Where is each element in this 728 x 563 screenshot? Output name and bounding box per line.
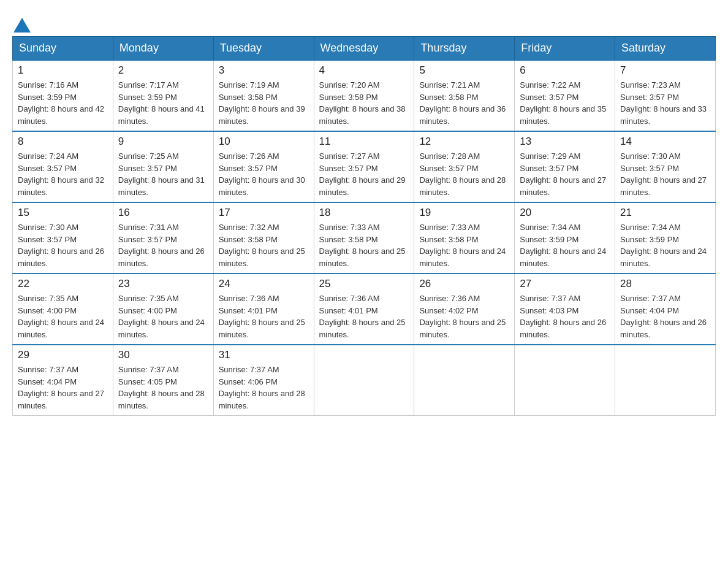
day-number: 9: [118, 136, 208, 148]
calendar-cell: 21 Sunrise: 7:34 AMSunset: 3:59 PMDaylig…: [615, 202, 716, 274]
day-number: 14: [620, 136, 710, 148]
calendar-cell: 1 Sunrise: 7:16 AMSunset: 3:59 PMDayligh…: [13, 60, 113, 131]
day-info: Sunrise: 7:34 AMSunset: 3:59 PMDaylight:…: [620, 223, 707, 268]
calendar-cell: [615, 345, 716, 416]
calendar-header-saturday: Saturday: [615, 37, 716, 61]
day-info: Sunrise: 7:16 AMSunset: 3:59 PMDaylight:…: [18, 80, 104, 126]
calendar-cell: 6 Sunrise: 7:22 AMSunset: 3:57 PMDayligh…: [515, 60, 615, 131]
day-info: Sunrise: 7:37 AMSunset: 4:03 PMDaylight:…: [520, 294, 606, 339]
calendar-header-tuesday: Tuesday: [213, 37, 314, 61]
day-info: Sunrise: 7:24 AMSunset: 3:57 PMDaylight:…: [18, 151, 104, 197]
day-info: Sunrise: 7:19 AMSunset: 3:58 PMDaylight:…: [219, 80, 305, 126]
day-number: 1: [18, 64, 108, 77]
calendar-cell: 2 Sunrise: 7:17 AMSunset: 3:59 PMDayligh…: [113, 60, 213, 131]
day-info: Sunrise: 7:36 AMSunset: 4:01 PMDaylight:…: [219, 294, 305, 339]
calendar-header-wednesday: Wednesday: [314, 37, 414, 61]
day-info: Sunrise: 7:28 AMSunset: 3:57 PMDaylight:…: [419, 151, 506, 197]
day-number: 19: [419, 207, 509, 219]
calendar-cell: 8 Sunrise: 7:24 AMSunset: 3:57 PMDayligh…: [13, 131, 113, 202]
calendar-week-row: 22 Sunrise: 7:35 AMSunset: 4:00 PMDaylig…: [13, 274, 716, 345]
day-number: 8: [18, 136, 108, 148]
logo-text: [12, 15, 32, 30]
day-info: Sunrise: 7:20 AMSunset: 3:58 PMDaylight:…: [319, 80, 406, 126]
day-number: 15: [18, 207, 108, 219]
day-number: 2: [118, 64, 208, 77]
calendar-week-row: 8 Sunrise: 7:24 AMSunset: 3:57 PMDayligh…: [13, 131, 716, 202]
day-number: 4: [319, 64, 409, 77]
logo-triangle-icon: [13, 18, 31, 33]
day-info: Sunrise: 7:35 AMSunset: 4:00 PMDaylight:…: [18, 294, 104, 339]
day-number: 26: [419, 278, 509, 290]
day-number: 21: [620, 207, 710, 219]
day-info: Sunrise: 7:17 AMSunset: 3:59 PMDaylight:…: [118, 80, 205, 126]
day-info: Sunrise: 7:33 AMSunset: 3:58 PMDaylight:…: [319, 223, 406, 268]
day-number: 22: [18, 278, 108, 290]
day-number: 24: [219, 278, 309, 290]
calendar-cell: 14 Sunrise: 7:30 AMSunset: 3:57 PMDaylig…: [615, 131, 716, 202]
day-number: 5: [419, 64, 509, 77]
calendar-cell: 5 Sunrise: 7:21 AMSunset: 3:58 PMDayligh…: [414, 60, 515, 131]
day-info: Sunrise: 7:21 AMSunset: 3:58 PMDaylight:…: [419, 80, 506, 126]
day-number: 30: [118, 349, 208, 361]
calendar-cell: 7 Sunrise: 7:23 AMSunset: 3:57 PMDayligh…: [615, 60, 716, 131]
calendar-cell: 15 Sunrise: 7:30 AMSunset: 3:57 PMDaylig…: [13, 202, 113, 274]
day-info: Sunrise: 7:25 AMSunset: 3:57 PMDaylight:…: [118, 151, 205, 197]
calendar-cell: 24 Sunrise: 7:36 AMSunset: 4:01 PMDaylig…: [213, 274, 314, 345]
day-number: 17: [219, 207, 309, 219]
day-info: Sunrise: 7:27 AMSunset: 3:57 PMDaylight:…: [319, 151, 406, 197]
day-number: 20: [520, 207, 610, 219]
day-info: Sunrise: 7:37 AMSunset: 4:04 PMDaylight:…: [18, 365, 104, 410]
day-number: 13: [520, 136, 610, 148]
calendar-cell: 30 Sunrise: 7:37 AMSunset: 4:05 PMDaylig…: [113, 345, 213, 416]
day-info: Sunrise: 7:36 AMSunset: 4:02 PMDaylight:…: [419, 294, 506, 339]
day-info: Sunrise: 7:31 AMSunset: 3:57 PMDaylight:…: [118, 223, 205, 268]
day-info: Sunrise: 7:34 AMSunset: 3:59 PMDaylight:…: [520, 223, 606, 268]
calendar-table: SundayMondayTuesdayWednesdayThursdayFrid…: [12, 36, 716, 416]
day-info: Sunrise: 7:26 AMSunset: 3:57 PMDaylight:…: [219, 151, 305, 197]
calendar-cell: 31 Sunrise: 7:37 AMSunset: 4:06 PMDaylig…: [213, 345, 314, 416]
day-number: 3: [219, 64, 309, 77]
calendar-cell: 27 Sunrise: 7:37 AMSunset: 4:03 PMDaylig…: [515, 274, 615, 345]
calendar-cell: 22 Sunrise: 7:35 AMSunset: 4:00 PMDaylig…: [13, 274, 113, 345]
day-info: Sunrise: 7:36 AMSunset: 4:01 PMDaylight:…: [319, 294, 406, 339]
day-info: Sunrise: 7:33 AMSunset: 3:58 PMDaylight:…: [419, 223, 506, 268]
calendar-cell: 16 Sunrise: 7:31 AMSunset: 3:57 PMDaylig…: [113, 202, 213, 274]
day-info: Sunrise: 7:30 AMSunset: 3:57 PMDaylight:…: [620, 151, 707, 197]
calendar-cell: 9 Sunrise: 7:25 AMSunset: 3:57 PMDayligh…: [113, 131, 213, 202]
calendar-cell: 19 Sunrise: 7:33 AMSunset: 3:58 PMDaylig…: [414, 202, 515, 274]
calendar-cell: 18 Sunrise: 7:33 AMSunset: 3:58 PMDaylig…: [314, 202, 414, 274]
day-number: 12: [419, 136, 509, 148]
calendar-cell: 3 Sunrise: 7:19 AMSunset: 3:58 PMDayligh…: [213, 60, 314, 131]
day-info: Sunrise: 7:37 AMSunset: 4:05 PMDaylight:…: [118, 365, 205, 410]
calendar-cell: 11 Sunrise: 7:27 AMSunset: 3:57 PMDaylig…: [314, 131, 414, 202]
day-number: 31: [219, 349, 309, 361]
logo: [12, 12, 32, 30]
calendar-cell: 13 Sunrise: 7:29 AMSunset: 3:57 PMDaylig…: [515, 131, 615, 202]
page-header: [12, 12, 716, 30]
calendar-header-friday: Friday: [515, 37, 615, 61]
day-number: 10: [219, 136, 309, 148]
calendar-header-thursday: Thursday: [414, 37, 515, 61]
calendar-week-row: 15 Sunrise: 7:30 AMSunset: 3:57 PMDaylig…: [13, 202, 716, 274]
calendar-cell: [414, 345, 515, 416]
calendar-cell: 28 Sunrise: 7:37 AMSunset: 4:04 PMDaylig…: [615, 274, 716, 345]
day-info: Sunrise: 7:22 AMSunset: 3:57 PMDaylight:…: [520, 80, 606, 126]
calendar-cell: 20 Sunrise: 7:34 AMSunset: 3:59 PMDaylig…: [515, 202, 615, 274]
day-number: 29: [18, 349, 108, 361]
day-number: 18: [319, 207, 409, 219]
calendar-cell: [314, 345, 414, 416]
calendar-cell: 17 Sunrise: 7:32 AMSunset: 3:58 PMDaylig…: [213, 202, 314, 274]
calendar-cell: [515, 345, 615, 416]
day-number: 28: [620, 278, 710, 290]
calendar-cell: 29 Sunrise: 7:37 AMSunset: 4:04 PMDaylig…: [13, 345, 113, 416]
calendar-header-monday: Monday: [113, 37, 213, 61]
calendar-cell: 12 Sunrise: 7:28 AMSunset: 3:57 PMDaylig…: [414, 131, 515, 202]
calendar-cell: 10 Sunrise: 7:26 AMSunset: 3:57 PMDaylig…: [213, 131, 314, 202]
day-number: 16: [118, 207, 208, 219]
calendar-header-row: SundayMondayTuesdayWednesdayThursdayFrid…: [13, 37, 716, 61]
calendar-cell: 23 Sunrise: 7:35 AMSunset: 4:00 PMDaylig…: [113, 274, 213, 345]
day-number: 6: [520, 64, 610, 77]
calendar-cell: 4 Sunrise: 7:20 AMSunset: 3:58 PMDayligh…: [314, 60, 414, 131]
day-number: 27: [520, 278, 610, 290]
calendar-cell: 25 Sunrise: 7:36 AMSunset: 4:01 PMDaylig…: [314, 274, 414, 345]
